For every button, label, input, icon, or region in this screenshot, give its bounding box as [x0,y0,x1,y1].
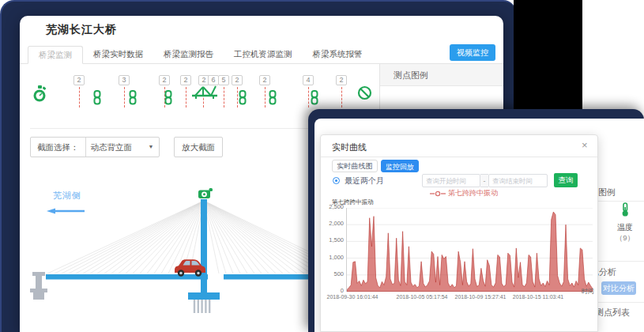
range-radio-selected[interactable] [333,177,340,184]
query-start-time-input[interactable] [422,174,480,187]
chevron-down-icon: ▼ [149,138,154,157]
range-separator: - [480,174,488,187]
chain-link-sensor-icon[interactable] [163,90,174,108]
query-button[interactable]: 查询 [554,173,578,187]
black-backdrop-block [514,0,582,111]
vibration-chart-plot[interactable] [346,208,592,292]
x-axis-label: 时间 [582,287,594,296]
tab-realtime-data[interactable]: 桥梁实时数据 [83,46,153,64]
camera-icon [198,188,213,198]
sensor-dashed-line [224,87,224,108]
tab-realtime-curve[interactable]: 实时曲线图 [332,160,378,172]
prohibition-icon[interactable] [357,85,372,104]
vibration-series-area [347,212,593,292]
pier-cap [188,292,220,300]
tab-system-alarm[interactable]: 桥梁系统报警 [303,46,373,64]
sensor-count-badge: 2 [259,75,270,85]
gauge-sensor-icon[interactable] [32,85,47,106]
y-axis-tick: 1,500 [321,236,344,243]
y-axis-tick: 500 [321,270,344,277]
legend-series-label: 第七跨跨中振动 [448,188,498,198]
tab-monitor-playback[interactable]: 监控回放 [381,160,419,172]
x-axis-tick: 2018-10-05 05:17:54 [394,294,450,300]
sensor-dashed-line [341,87,342,108]
thermometer-icon [620,202,631,217]
sensor-dashed-line [265,87,266,108]
temperature-legend-item[interactable]: 温度 （9） [612,202,638,243]
y-axis-tick: 2,500 [321,203,344,210]
truss-bridge-sensor-icon[interactable] [191,82,218,104]
left-abutment-pier [30,272,47,300]
sensor-count-badge: 2 [159,75,170,85]
chart-legend[interactable]: 第七跨跨中振动 [430,188,498,198]
sensor-count-badge: 5 [218,75,229,85]
x-axis-tick: 2018-09-30 16:01:44 [325,294,380,300]
x-axis-tick: 2018-10-15 11:03:41 [510,294,566,300]
section-select-label: 截面选择： [31,138,86,157]
temperature-label: 温度 [612,222,638,233]
sensor-dashed-line [186,87,186,108]
page-title: 芜湖长江大桥 [46,23,117,37]
x-axis-tick: 2018-10-09 15:27:41 [453,294,508,300]
compare-analysis-button[interactable]: 对比分析 [601,281,636,295]
query-end-time-input[interactable] [488,174,548,187]
sensor-count-badge: 3 [119,75,130,85]
legend-panel-title: 测点图例 [380,64,503,86]
sensor-count-badge: 2 [73,75,85,85]
sensor-dashed-line [79,87,80,108]
y-axis-tick: 2,000 [321,220,344,227]
divider [321,157,597,157]
sensor-count-badge: 2 [180,75,191,85]
sensor-count-badge: 2 [336,75,347,85]
y-axis-tick: 0 [321,287,344,294]
sensor-count-badge: 2 [232,75,243,85]
section-select-dropdown[interactable]: 动态背立面 ▼ [86,138,159,157]
chain-link-sensor-icon[interactable] [309,90,320,108]
section-select-combo: 截面选择： 动态背立面 ▼ [30,137,160,157]
chain-link-sensor-icon[interactable] [92,90,103,108]
tab-monitor-report[interactable]: 桥梁监测报告 [153,46,224,64]
range-radio-label: 最近两个月 [345,175,384,187]
legend-marker-icon [430,191,446,197]
tab-ipc-resource[interactable]: 工控机资源监测 [224,46,303,64]
pier-piles [194,300,209,313]
tab-bar: 桥梁监测 桥梁实时数据 桥梁监测报告 工控机资源监测 桥梁系统报警 [20,46,503,64]
close-icon[interactable]: × [582,139,588,151]
sensor-count-badge: 4 [303,75,314,85]
tab-bridge-monitoring[interactable]: 桥梁监测 [28,46,83,64]
sensor-dashed-line [124,87,125,108]
enlarge-section-button[interactable]: 放大截面 [174,137,223,157]
temperature-count: （9） [612,233,638,243]
modal-title: 实时曲线 [332,141,367,153]
video-monitor-button[interactable]: 视频监控 [450,44,495,61]
realtime-curve-modal: 实时曲线 × 实时曲线图 监控回放 最近两个月 - 查询 第七跨跨中振动 第七跨… [320,134,598,332]
chain-link-sensor-icon[interactable] [267,90,278,108]
y-axis-tick: 1,000 [321,254,344,261]
chain-link-sensor-icon[interactable] [237,90,248,108]
chain-link-sensor-icon[interactable] [127,90,138,108]
